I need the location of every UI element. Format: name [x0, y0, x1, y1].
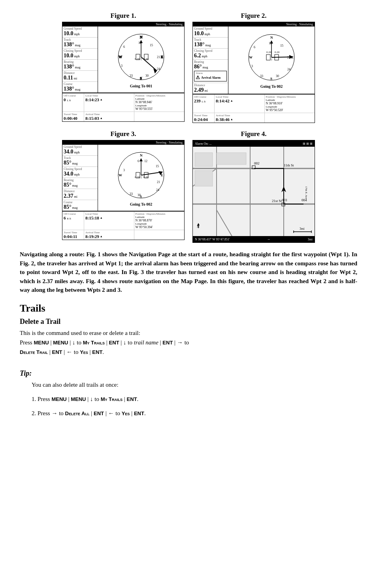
- svg-rect-92: [195, 153, 213, 166]
- fig3-compass-svg: N S E W 6 12 3 15 21 33 30 24: [115, 149, 167, 201]
- fig4-top-bar: Alarm On: ... ⊞ ⊞ ⊞: [193, 140, 315, 147]
- svg-text:003: 003: [282, 198, 287, 202]
- fig4-bottom-bar: N 36°08.437' W 95°47.851' ↔ 3mi: [193, 236, 315, 242]
- tip-text: You can also delete all trails at once:: [32, 380, 357, 389]
- svg-text:24: 24: [156, 188, 159, 192]
- fig4-map: Alarm On: ... ⊞ ⊞ ⊞ 11th St 11th St 21st…: [192, 140, 315, 243]
- tip-step-2: 2. Press → to Delete All | ENT | ← to Ye…: [32, 408, 357, 418]
- svg-text:002: 002: [254, 161, 260, 165]
- delete-trail-text: This is the command used to erase or del…: [20, 328, 357, 357]
- fig2-compass: N S E W 12 15 6 21 3 24 33 30: [228, 26, 315, 94]
- svg-text:↑: ↑: [271, 57, 273, 62]
- gps-unit-2: Steering · Simulating Ground Speed 10.0 …: [192, 22, 315, 123]
- fig1-course: Course 138° mag: [62, 82, 98, 93]
- svg-text:0.20: 0.20: [135, 57, 140, 61]
- svg-text:6: 6: [123, 45, 125, 49]
- fig3-top-label: Steering · Simulating: [62, 140, 184, 145]
- fig1-compass: N S E W 12 15 6: [98, 26, 184, 93]
- svg-text:0.20: 0.20: [143, 57, 149, 61]
- tip-content: You can also delete all trails at once: …: [20, 380, 357, 418]
- svg-text:W: W: [249, 55, 253, 59]
- svg-text:↑: ↑: [140, 57, 142, 61]
- figure-3-block: Figure 3. Steering · Simulating Ground S…: [62, 130, 185, 243]
- svg-text:33: 33: [130, 74, 133, 78]
- fig1-local-time: Local Time 8:14:23 ▲: [84, 93, 134, 112]
- fig2-going-to: Going To 002: [260, 84, 283, 89]
- svg-text:3: 3: [123, 168, 125, 172]
- svg-text:6: 6: [254, 45, 255, 49]
- fig1-gs-label: Ground Speed: [64, 27, 96, 30]
- figure-4-title: Figure 4.: [241, 130, 267, 138]
- svg-text:17th E. Ave: 17th E. Ave: [305, 186, 308, 199]
- gps-unit-3: Steering · Simulating Ground Speed 34.0 …: [62, 140, 185, 240]
- svg-text:12: 12: [144, 159, 147, 163]
- svg-text:24: 24: [157, 67, 160, 71]
- figures-container: Figure 1. Steering · Simulating Ground S…: [20, 12, 357, 123]
- figure-2-block: Figure 2. Steering · Simulating Ground S…: [192, 12, 315, 123]
- fig1-distance: Distance 0.11 mi: [62, 71, 98, 82]
- svg-text:15: 15: [280, 44, 283, 47]
- svg-text:E: E: [161, 55, 163, 59]
- svg-text:S: S: [140, 76, 142, 80]
- figure-3-title: Figure 3.: [111, 130, 136, 138]
- svg-text:W: W: [119, 55, 122, 59]
- svg-text:11th St: 11th St: [284, 163, 294, 167]
- tip-title: Tip:: [20, 369, 357, 378]
- svg-text:30: 30: [145, 74, 149, 78]
- svg-text:↑: ↑: [140, 175, 142, 180]
- fig1-position: Position · Degrees/Minutes Latitude N 36…: [134, 93, 185, 112]
- svg-text:3mi: 3mi: [300, 227, 305, 231]
- fig1-left-panel: Ground Speed 10.0 mph Track 138° mag: [62, 26, 98, 93]
- fig2-top-label: Steering · Simulating: [193, 22, 315, 26]
- svg-text:0.20: 0.20: [275, 51, 280, 54]
- body-text-content: Navigating along a route: Fig. 1 shows t…: [20, 251, 357, 293]
- svg-text:N: N: [140, 35, 143, 39]
- fig3-compass: N S E W 6 12 3 15 21 33 30 24: [98, 145, 184, 211]
- fig1-ground-speed: Ground Speed 10.0 mph: [62, 26, 98, 38]
- fig1-closing-speed: Closing Speed 10.0 mph: [62, 49, 98, 60]
- fig1-track: Track 138° mag: [62, 38, 98, 49]
- fig2-left-panel: Ground Speed 10.0 mph Track 138° mag: [193, 26, 228, 94]
- svg-text:W: W: [119, 173, 122, 177]
- fig4-map-svg: 11th St 11th St 21st St 002: [193, 147, 315, 237]
- figure-1-title: Figure 1.: [111, 12, 136, 20]
- fig1-bottom: Off Course 0 L ft Local Time 8:14:23 ▲: [62, 93, 184, 112]
- svg-rect-94: [195, 170, 213, 186]
- figure-4-block: Figure 4. Alarm On: ... ⊞ ⊞ ⊞ 11th St 11…: [192, 130, 315, 243]
- page-content: Figure 1. Steering · Simulating Ground S…: [20, 12, 357, 418]
- svg-text:15: 15: [156, 164, 159, 168]
- fig2-compass-svg: N S E W 12 15 6 21 3 24 33 30: [246, 32, 297, 83]
- trails-title: Trails: [20, 303, 357, 314]
- svg-text:S: S: [270, 77, 272, 81]
- svg-text:6: 6: [138, 159, 139, 163]
- fig1-travel-time: Travel Time 0:00:40: [62, 112, 84, 121]
- svg-text:24: 24: [287, 68, 290, 71]
- fig1-off-course: Off Course 0 L ft: [62, 93, 84, 112]
- svg-text:33: 33: [260, 74, 263, 78]
- figure-2-title: Figure 2.: [241, 12, 267, 20]
- fig3-main-area: Ground Speed 34.0 mph Track 85° mag: [62, 145, 184, 211]
- svg-text:15: 15: [150, 43, 153, 47]
- svg-text:21st St: 21st St: [272, 199, 282, 203]
- body-text: Navigating along a route: Fig. 1 shows t…: [20, 250, 357, 295]
- svg-text:0.20: 0.20: [143, 176, 149, 179]
- fig1-compass-svg: N S E W 12 15 6: [115, 31, 167, 83]
- fig1-top-label: Steering · Simulating: [62, 22, 184, 26]
- delete-trail-title: Delete a Trail: [20, 318, 357, 326]
- fig1-bearing: Bearing 138° mag: [62, 60, 98, 71]
- figure-1-block: Figure 1. Steering · Simulating Ground S…: [62, 12, 185, 123]
- fig3-left-panel: Ground Speed 34.0 mph Track 85° mag: [62, 145, 98, 211]
- svg-text:21: 21: [157, 55, 160, 59]
- figures-row2: Figure 3. Steering · Simulating Ground S…: [20, 130, 357, 243]
- svg-text:3: 3: [121, 64, 123, 68]
- fig1-gs-value: 10.0 mph: [64, 30, 96, 37]
- svg-text:21: 21: [157, 180, 160, 184]
- fig1-arrival-time: Arrival Time 8:15:03 ▲: [84, 112, 134, 121]
- svg-text:0.20: 0.20: [266, 51, 271, 54]
- svg-text:30: 30: [276, 74, 279, 78]
- svg-text:30: 30: [138, 193, 141, 197]
- fig3-going-to: Going To 002: [130, 202, 153, 206]
- svg-text:N: N: [140, 153, 143, 157]
- svg-text:33: 33: [130, 192, 133, 196]
- tip-step-1: 1. Press MENU | MENU | ↓ to My Trails | …: [32, 394, 357, 404]
